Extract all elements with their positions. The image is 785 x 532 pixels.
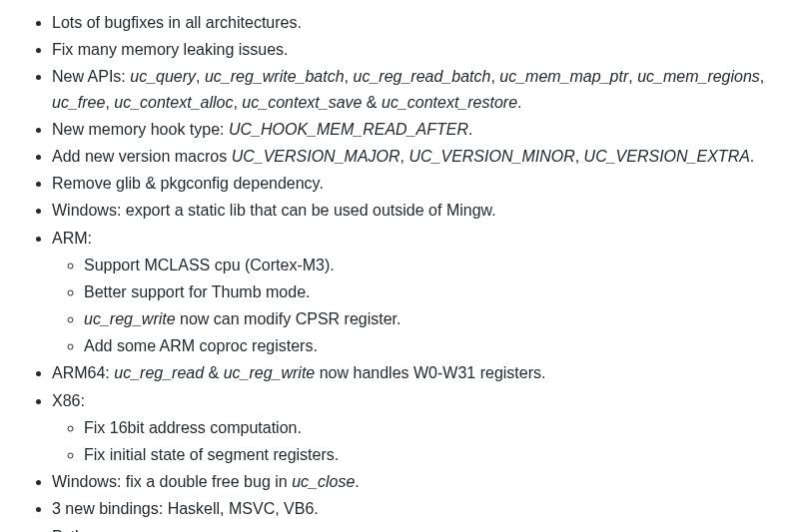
hook-code: UC_HOOK_MEM_READ_AFTER <box>229 121 468 138</box>
text-suffix: . <box>517 94 521 111</box>
x86-label: X86: <box>52 392 85 409</box>
api-code: uc_context_restore <box>382 94 517 111</box>
list-item: Lots of bugfixes in all architectures. <box>52 10 765 36</box>
list-item: Fix many memory leaking issues. <box>52 37 765 63</box>
api-code: uc_context_alloc <box>114 94 233 111</box>
api-code: uc_reg_write <box>84 310 176 327</box>
list-item: uc_reg_write now can modify CPSR registe… <box>84 306 765 332</box>
list-item: Better support for Thumb mode. <box>84 279 765 305</box>
api-code: uc_close <box>292 473 355 490</box>
api-code: uc_context_save <box>242 94 362 111</box>
list-item: Add some ARM coproc registers. <box>84 333 765 359</box>
api-code: uc_reg_read_batch <box>354 68 491 85</box>
macro-code: UC_VERSION_EXTRA <box>584 148 750 165</box>
list-item: Fix initial state of segment registers. <box>84 442 765 468</box>
list-item-x86: X86: Fix 16bit address computation. Fix … <box>52 388 765 468</box>
x86-sublist: Fix 16bit address computation. Fix initi… <box>52 415 765 468</box>
macro-code: UC_VERSION_MINOR <box>408 148 574 165</box>
arm-sublist: Support MCLASS cpu (Cortex-M3). Better s… <box>52 253 765 359</box>
list-item: Add new version macros UC_VERSION_MAJOR,… <box>52 144 765 170</box>
api-code: uc_query <box>130 68 196 85</box>
amp: & <box>362 94 382 111</box>
api-code: uc_reg_write_batch <box>205 68 345 85</box>
list-item-arm64: ARM64: uc_reg_read & uc_reg_write now ha… <box>52 360 765 386</box>
list-item: New APIs: uc_query, uc_reg_write_batch, … <box>52 64 765 115</box>
list-item: Python: <box>52 524 765 532</box>
list-item: 3 new bindings: Haskell, MSVC, VB6. <box>52 496 765 522</box>
arm-label: ARM: <box>52 230 92 247</box>
text-suffix: now handles W0-W31 registers. <box>315 364 545 381</box>
text-prefix: Windows: fix a double free bug in <box>52 473 292 490</box>
text-after: now can modify CPSR register. <box>176 310 401 327</box>
list-item-winbug: Windows: fix a double free bug in uc_clo… <box>52 469 765 495</box>
list-item: Windows: export a static lib that can be… <box>52 198 765 224</box>
changelog-list: Lots of bugfixes in all architectures. F… <box>20 10 765 532</box>
text-prefix: New memory hook type: <box>52 121 229 138</box>
text-prefix: ARM64: <box>52 364 114 381</box>
list-item: Remove glib & pkgconfig dependency. <box>52 171 765 197</box>
text-suffix: . <box>468 121 472 138</box>
api-code: uc_mem_map_ptr <box>499 68 628 85</box>
list-item: Fix 16bit address computation. <box>84 415 765 441</box>
api-code: uc_reg_read <box>114 364 204 381</box>
list-item: Support MCLASS cpu (Cortex-M3). <box>84 253 765 278</box>
text-prefix: New APIs: <box>52 68 130 85</box>
text-suffix: . <box>750 148 754 165</box>
amp: & <box>204 364 224 381</box>
text-prefix: Add new version macros <box>52 148 232 165</box>
api-code: uc_free <box>52 94 105 111</box>
list-item: New memory hook type: UC_HOOK_MEM_READ_A… <box>52 117 765 143</box>
api-code: uc_mem_regions <box>637 68 760 85</box>
text-suffix: . <box>355 473 359 490</box>
list-item-arm: ARM: Support MCLASS cpu (Cortex-M3). Bet… <box>52 226 765 359</box>
api-code: uc_reg_write <box>224 364 316 381</box>
macro-code: UC_VERSION_MAJOR <box>232 148 400 165</box>
